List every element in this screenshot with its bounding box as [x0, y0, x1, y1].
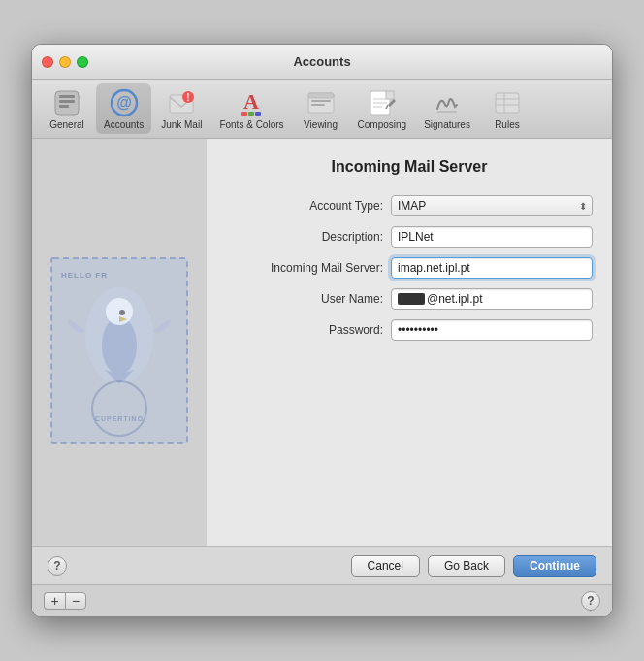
add-account-button[interactable]: + — [44, 592, 65, 610]
footer-help-button[interactable]: ? — [581, 591, 600, 611]
password-input[interactable] — [391, 319, 593, 341]
minimize-button[interactable] — [59, 56, 71, 68]
description-input[interactable] — [391, 226, 593, 248]
fonts-colors-label: Fonts & Colors — [219, 119, 283, 130]
main-panel: Incoming Mail Server Account Type: IMAP … — [207, 139, 612, 546]
svg-text:@: @ — [116, 94, 132, 111]
titlebar: Accounts — [32, 45, 612, 80]
password-row: Password: — [226, 319, 593, 341]
cancel-button[interactable]: Cancel — [351, 555, 420, 577]
username-row: User Name: @net.ipl.pt — [226, 288, 593, 310]
svg-point-34 — [119, 310, 125, 315]
stamp-svg: HELLO FR CUPERTINO — [42, 248, 197, 452]
username-label: User Name: — [226, 292, 391, 306]
toolbar-item-general[interactable]: General — [40, 83, 94, 134]
svg-rect-17 — [308, 93, 334, 98]
svg-text:HELLO FR: HELLO FR — [61, 271, 108, 280]
svg-rect-11 — [248, 112, 254, 116]
remove-account-button[interactable]: − — [65, 592, 86, 610]
accounts-icon: @ — [109, 87, 140, 118]
stamp-decoration: HELLO FR CUPERTINO — [32, 139, 207, 546]
signatures-label: Signatures — [424, 119, 470, 130]
bottom-bar: ? Cancel Go Back Continue — [32, 546, 612, 584]
panel-title: Incoming Mail Server — [226, 158, 593, 176]
toolbar-item-junk-mail[interactable]: ! Junk Mail — [153, 83, 209, 134]
svg-rect-3 — [59, 105, 69, 108]
svg-rect-12 — [255, 112, 261, 116]
footer-bar: + − ? — [32, 584, 612, 616]
svg-rect-10 — [242, 112, 247, 116]
traffic-lights — [42, 56, 88, 68]
description-label: Description: — [226, 230, 391, 244]
incoming-server-row: Incoming Mail Server: — [226, 257, 593, 279]
action-buttons: Cancel Go Back Continue — [351, 555, 596, 577]
junk-mail-label: Junk Mail — [161, 119, 202, 130]
toolbar-item-fonts-colors[interactable]: A Fonts & Colors — [211, 83, 291, 134]
signatures-icon — [432, 87, 463, 118]
svg-rect-15 — [311, 100, 331, 102]
incoming-server-input[interactable] — [391, 257, 593, 279]
account-type-row: Account Type: IMAP POP3 Exchange ⬍ — [226, 195, 593, 216]
svg-text:!: ! — [187, 92, 190, 103]
toolbar-item-accounts[interactable]: @ Accounts — [96, 83, 151, 134]
rules-icon — [492, 87, 523, 118]
composing-label: Composing — [358, 119, 407, 130]
svg-rect-20 — [386, 91, 394, 99]
description-row: Description: — [226, 226, 593, 248]
svg-rect-2 — [59, 100, 75, 103]
go-back-button[interactable]: Go Back — [428, 555, 505, 577]
svg-text:A: A — [244, 89, 260, 114]
general-icon — [51, 87, 82, 118]
toolbar: General @ Accounts ! Junk Mail — [32, 80, 612, 139]
svg-rect-16 — [311, 104, 325, 106]
junk-mail-icon: ! — [166, 87, 197, 118]
continue-button[interactable]: Continue — [513, 555, 596, 577]
toolbar-item-signatures[interactable]: Signatures — [416, 83, 478, 134]
close-button[interactable] — [42, 56, 53, 68]
toolbar-item-composing[interactable]: Composing — [350, 83, 415, 134]
svg-text:CUPERTINO: CUPERTINO — [95, 415, 144, 422]
composing-icon — [367, 87, 398, 118]
add-remove-buttons: + − — [44, 592, 86, 610]
account-type-select[interactable]: IMAP POP3 Exchange — [391, 195, 593, 216]
viewing-icon — [306, 87, 337, 118]
svg-rect-1 — [59, 95, 75, 98]
content-area: HELLO FR CUPERTINO Incoming Mail Server … — [32, 139, 612, 546]
account-type-label: Account Type: — [226, 199, 391, 213]
toolbar-item-rules[interactable]: Rules — [480, 83, 534, 134]
sidebar: HELLO FR CUPERTINO — [32, 139, 207, 546]
svg-rect-26 — [496, 93, 519, 113]
incoming-server-label: Incoming Mail Server: — [226, 261, 391, 275]
maximize-button[interactable] — [77, 56, 88, 68]
username-display: @net.ipl.pt — [391, 288, 593, 310]
help-button[interactable]: ? — [48, 556, 67, 576]
general-label: General — [49, 119, 84, 130]
account-type-select-wrapper: IMAP POP3 Exchange ⬍ — [391, 195, 593, 216]
password-label: Password: — [226, 323, 391, 337]
username-text: @net.ipl.pt — [427, 292, 483, 306]
fonts-colors-icon: A — [236, 87, 267, 118]
window-title: Accounts — [293, 54, 350, 69]
main-window: Accounts General @ Accou — [31, 44, 613, 617]
redacted-block — [398, 293, 425, 305]
toolbar-item-viewing[interactable]: Viewing — [294, 83, 348, 134]
accounts-label: Accounts — [104, 119, 144, 130]
viewing-label: Viewing — [304, 119, 338, 130]
rules-label: Rules — [495, 119, 520, 130]
